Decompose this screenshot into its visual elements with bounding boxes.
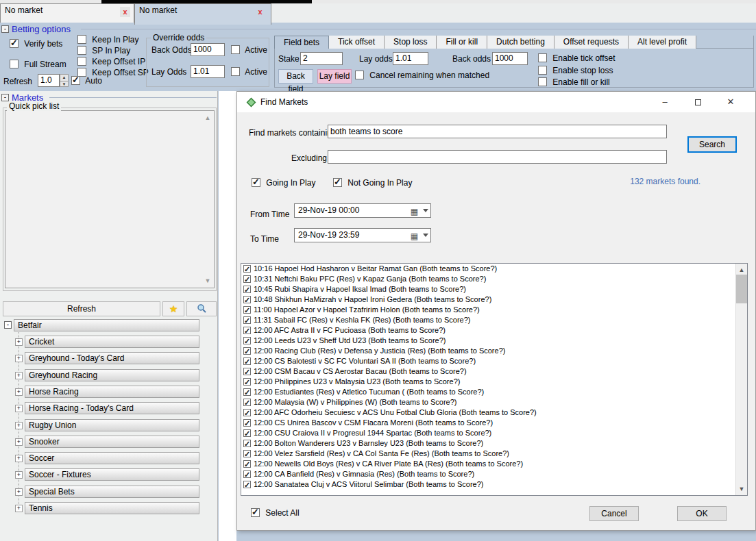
refresh-spinner[interactable]: ▲ ▼	[60, 74, 69, 87]
betting-options-collapse[interactable]: -	[1, 25, 9, 33]
field-bets-tab[interactable]: Alt level profit	[629, 36, 696, 49]
market-checkbox[interactable]	[243, 275, 251, 283]
scroll-down-icon[interactable]: ▼	[737, 484, 746, 494]
field-bets-tab[interactable]: Field bets	[274, 36, 329, 49]
market-row[interactable]: 12:00 Leeds U23 v Sheff Utd U23 (Both te…	[241, 336, 747, 346]
favorites-button[interactable]: ★	[162, 301, 184, 316]
tree-expand-icon[interactable]: +	[15, 405, 23, 412]
dialog-title-bar[interactable]: Find Markets – ✕	[237, 92, 755, 112]
market-checkbox[interactable]	[243, 440, 251, 447]
tree-expand-icon[interactable]: +	[15, 438, 23, 446]
market-row[interactable]: 10:48 Shikhun HaMizrah v Hapoel Ironi Ge…	[241, 294, 747, 305]
lay-active-checkbox[interactable]: Active	[231, 67, 267, 77]
market-checkbox[interactable]	[243, 419, 251, 427]
field-bets-tab[interactable]: Dutch betting	[487, 36, 554, 49]
tree-expand-icon[interactable]: +	[15, 338, 23, 346]
field-bets-tab[interactable]: Tick offset	[329, 36, 385, 49]
enable-stop-loss-checkbox[interactable]: Enable stop loss	[538, 66, 613, 75]
tree-expand-icon[interactable]: +	[15, 455, 23, 462]
checkbox[interactable]	[231, 67, 240, 76]
find-markets-input[interactable]	[328, 125, 667, 138]
full-stream-checkbox[interactable]: Full Stream	[10, 60, 66, 69]
tree-item-cricket[interactable]: Cricket	[25, 336, 199, 348]
search-button[interactable]: Search	[687, 136, 737, 153]
refresh-interval-input[interactable]: 1.0	[38, 74, 60, 87]
market-list[interactable]: 10:16 Hapoel Hod Hasharon v Beitar Ramat…	[241, 263, 748, 496]
checkbox[interactable]	[77, 57, 86, 66]
tree-item-soccer[interactable]: Soccer	[25, 452, 199, 464]
market-checkbox[interactable]	[243, 429, 251, 437]
tree-expand-icon[interactable]: +	[15, 471, 23, 479]
market-row[interactable]: 11:31 Sabail FC (Res) v Keshla FK (Res) …	[241, 315, 747, 325]
cancel-remaining-checkbox[interactable]: Cancel remaining when matched	[355, 71, 489, 80]
tree-item-snooker[interactable]: Snooker	[25, 436, 199, 448]
checkbox[interactable]	[538, 53, 547, 62]
refresh-button[interactable]: Refresh	[3, 301, 160, 316]
market-checkbox[interactable]	[243, 286, 251, 293]
fb-back-odds-input[interactable]: 1000	[492, 52, 528, 65]
tree-root-collapse[interactable]: -	[4, 321, 12, 329]
checkbox[interactable]	[231, 45, 240, 54]
market-checkbox[interactable]	[243, 327, 251, 334]
not-going-in-play-checkbox[interactable]: Not Going In Play	[333, 178, 412, 188]
tree-item-horse-racing[interactable]: Horse Racing	[25, 386, 199, 398]
checkbox[interactable]	[538, 77, 547, 86]
select-all-checkbox[interactable]: Select All	[251, 508, 300, 518]
market-checkbox[interactable]	[243, 296, 251, 303]
tree-item-soccer-fixtures[interactable]: Soccer - Fixtures	[25, 468, 199, 481]
market-list-scrollbar[interactable]: ▲ ▼	[735, 264, 747, 495]
market-checkbox[interactable]	[243, 306, 251, 314]
close-button[interactable]: ✕	[716, 92, 746, 112]
tree-root-betfair[interactable]: Betfair	[14, 319, 199, 331]
checkbox[interactable]	[77, 46, 86, 55]
market-row[interactable]: 12:00 Bolton Wanderers U23 v Barnsley U2…	[241, 438, 747, 449]
market-checkbox[interactable]	[243, 450, 251, 457]
checkbox[interactable]	[355, 71, 364, 79]
field-bets-tab[interactable]: Stop loss	[385, 36, 437, 49]
close-icon[interactable]: x	[255, 7, 265, 17]
market-checkbox[interactable]	[243, 265, 251, 273]
market-checkbox[interactable]	[243, 460, 251, 468]
tree-expand-icon[interactable]: +	[15, 488, 23, 496]
spinner-up-icon[interactable]: ▲	[60, 75, 68, 81]
checkbox[interactable]	[251, 508, 260, 517]
tree-expand-icon[interactable]: +	[15, 422, 23, 429]
stake-input[interactable]: 2	[300, 52, 343, 65]
market-checkbox[interactable]	[243, 399, 251, 406]
maximize-button[interactable]	[683, 92, 713, 112]
scroll-down-icon[interactable]: ▼	[203, 276, 212, 286]
market-row[interactable]: 12:00 Newells Old Boys (Res) v CA River …	[241, 459, 747, 469]
enable-fill-or-kill-checkbox[interactable]: Enable fill or kill	[538, 77, 610, 87]
market-row[interactable]: 12:00 Malaysia (W) v Philippines (W) (Bo…	[241, 397, 747, 407]
checkbox[interactable]	[333, 178, 342, 187]
scrollbar-thumb[interactable]	[736, 275, 748, 303]
ok-button[interactable]: OK	[677, 506, 727, 521]
keep-offset-ip-checkbox[interactable]: Keep Offset IP	[77, 57, 145, 66]
excluding-input[interactable]	[328, 150, 667, 164]
spinner-down-icon[interactable]: ▼	[60, 81, 68, 87]
market-checkbox[interactable]	[243, 337, 251, 344]
back-odds-input[interactable]: 1000	[191, 43, 225, 56]
market-checkbox[interactable]	[243, 378, 251, 386]
market-checkbox[interactable]	[243, 481, 251, 488]
lay-odds-input[interactable]: 1.01	[191, 65, 225, 78]
fb-lay-odds-input[interactable]: 1.01	[393, 52, 428, 65]
market-checkbox[interactable]	[243, 347, 251, 355]
tree-expand-icon[interactable]: +	[15, 505, 23, 512]
sp-in-play-checkbox[interactable]: SP In Play	[77, 46, 130, 55]
tree-item-rugby-union[interactable]: Rugby Union	[25, 419, 199, 431]
market-row[interactable]: 10:16 Hapoel Hod Hasharon v Beitar Ramat…	[241, 264, 747, 274]
market-row[interactable]: 12:00 CSU Craiova II v Progresul 1944 Sp…	[241, 428, 747, 438]
tree-item-horse-racing-today-s-card[interactable]: Horse Racing - Today's Card	[25, 402, 199, 414]
minimize-button[interactable]: –	[650, 92, 680, 112]
quick-pick-list[interactable]: ▲ ▼	[5, 110, 215, 288]
checkbox[interactable]	[252, 178, 260, 187]
to-time-combo[interactable]: 29-Nov-19 23:59 ▦	[294, 228, 431, 242]
tree-item-greyhound-today-s-card[interactable]: Greyhound - Today's Card	[25, 352, 199, 364]
market-checkbox[interactable]	[243, 388, 251, 396]
market-row[interactable]: 11:00 Hapoel Azor v Hapoel Tzafririm Hol…	[241, 305, 747, 315]
tree-expand-icon[interactable]: +	[15, 388, 23, 396]
checkbox[interactable]	[538, 66, 547, 75]
market-row[interactable]: 12:00 CS Balotesti v SC FC Voluntari SA …	[241, 356, 747, 366]
market-row[interactable]: 12:00 Philippines U23 v Malaysia U23 (Bo…	[241, 377, 747, 387]
